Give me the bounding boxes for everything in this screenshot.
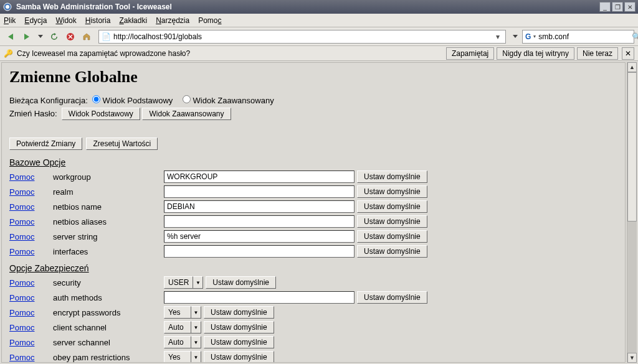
option-input[interactable] xyxy=(164,291,355,304)
home-button[interactable] xyxy=(80,30,93,44)
minimize-button[interactable]: _ xyxy=(599,2,611,12)
menubar: Plik Edycja Widok Historia Zakładki Narz… xyxy=(0,14,638,27)
menu-edit[interactable]: Edycja xyxy=(24,16,47,25)
never-site-button[interactable]: Nigdy dla tej witryny xyxy=(497,47,574,60)
set-default-button[interactable]: Ustaw domyślnie xyxy=(204,336,274,348)
option-select[interactable]: Auto xyxy=(164,336,191,348)
reset-button[interactable]: Zresetuj Wartości xyxy=(86,138,158,150)
menu-file[interactable]: Plik xyxy=(4,16,16,25)
help-link[interactable]: Pomoc xyxy=(9,217,53,226)
menu-bookmarks[interactable]: Zakładki xyxy=(119,16,147,25)
toolbar: 📄 ▾ G ▾ 🔍 xyxy=(0,27,638,46)
help-link[interactable]: Pomoc xyxy=(9,338,53,347)
search-input[interactable] xyxy=(538,32,632,41)
set-default-button[interactable]: Ustaw domyślnie xyxy=(357,170,427,183)
option-row: PomocinterfacesUstaw domyślnie xyxy=(9,245,617,258)
menu-history[interactable]: Historia xyxy=(85,16,111,25)
option-input[interactable] xyxy=(164,200,355,213)
help-link[interactable]: Pomoc xyxy=(9,247,53,256)
help-link[interactable]: Pomoc xyxy=(9,323,53,332)
option-row: PomocrealmUstaw domyślnie xyxy=(9,185,617,198)
pw-advanced-button[interactable]: Widok Zaawansowany xyxy=(142,108,231,120)
option-input[interactable] xyxy=(164,185,355,198)
password-infobar: 🔑 Czy Iceweasel ma zapamiętać wprowadzon… xyxy=(0,46,638,61)
url-dropdown-icon[interactable]: ▾ xyxy=(493,32,503,41)
vertical-scrollbar[interactable]: ▲ ▼ xyxy=(627,62,637,363)
svg-point-1 xyxy=(6,5,9,9)
help-link[interactable]: Pomoc xyxy=(9,278,53,287)
option-row: Pomocnetbios aliasesUstaw domyślnie xyxy=(9,215,617,228)
nav-dropdown[interactable] xyxy=(36,30,45,44)
chevron-down-icon[interactable]: ▼ xyxy=(191,321,201,334)
section-base-options: Bazowe Opcje xyxy=(9,157,617,167)
remember-button[interactable]: Zapamiętaj xyxy=(446,47,494,60)
scroll-up-icon[interactable]: ▲ xyxy=(627,62,637,72)
reload-button[interactable] xyxy=(47,30,61,44)
set-default-button[interactable]: Ustaw domyślnie xyxy=(204,321,274,334)
set-default-button[interactable]: Ustaw domyślnie xyxy=(357,245,427,258)
help-link[interactable]: Pomoc xyxy=(9,172,53,182)
menu-view[interactable]: Widok xyxy=(55,16,76,25)
scroll-track[interactable] xyxy=(627,72,637,353)
option-select[interactable]: USER xyxy=(164,276,193,289)
option-label: realm xyxy=(53,187,164,197)
close-button[interactable]: ✕ xyxy=(624,2,636,12)
set-default-button[interactable]: Ustaw domyślnie xyxy=(357,185,427,198)
search-bar[interactable]: G ▾ 🔍 xyxy=(522,30,634,44)
radio-basic[interactable]: Widok Podstawowy xyxy=(92,96,173,105)
forward-button[interactable] xyxy=(20,30,34,44)
chevron-down-icon[interactable]: ▼ xyxy=(191,306,201,319)
scroll-down-icon[interactable]: ▼ xyxy=(627,353,637,363)
option-label: netbios name xyxy=(53,202,164,212)
commit-button[interactable]: Potwierdź Zmiany xyxy=(9,138,82,150)
radio-advanced[interactable]: Widok Zaawansowany xyxy=(183,96,274,105)
option-row: Pomocserver schannelAuto▼Ustaw domyślnie xyxy=(9,335,617,349)
window-title: Samba Web Administration Tool - Icewease… xyxy=(16,2,599,11)
back-button[interactable] xyxy=(4,30,17,44)
url-input[interactable] xyxy=(113,32,493,41)
set-default-button[interactable]: Ustaw domyślnie xyxy=(204,306,274,319)
current-config-label: Bieżąca Konfiguracja: xyxy=(9,96,88,105)
set-default-button[interactable]: Ustaw domyślnie xyxy=(357,230,427,243)
option-label: auth methods xyxy=(53,293,164,302)
help-link[interactable]: Pomoc xyxy=(9,232,53,241)
option-label: obey pam restrictions xyxy=(53,353,164,362)
help-link[interactable]: Pomoc xyxy=(9,187,53,197)
search-icon[interactable]: 🔍 xyxy=(632,32,638,41)
not-now-button[interactable]: Nie teraz xyxy=(577,47,618,60)
set-default-button[interactable]: Ustaw domyślnie xyxy=(357,291,427,304)
help-link[interactable]: Pomoc xyxy=(9,353,53,362)
set-default-button[interactable]: Ustaw domyślnie xyxy=(357,200,427,213)
option-select[interactable]: Auto xyxy=(164,321,191,334)
url-bar[interactable]: 📄 ▾ xyxy=(98,30,506,44)
chevron-down-icon[interactable]: ▼ xyxy=(193,276,203,289)
option-label: server schannel xyxy=(53,338,164,347)
set-default-button[interactable]: Ustaw domyślnie xyxy=(204,351,274,363)
app-icon xyxy=(2,2,12,12)
set-default-button[interactable]: Ustaw domyślnie xyxy=(206,276,276,289)
option-select[interactable]: Yes xyxy=(164,351,191,363)
url-go-dropdown[interactable] xyxy=(511,30,520,44)
option-row: Pomocnetbios nameUstaw domyślnie xyxy=(9,200,617,213)
option-input[interactable] xyxy=(164,245,355,258)
option-input[interactable] xyxy=(164,170,355,183)
scroll-thumb[interactable] xyxy=(627,72,637,222)
chevron-down-icon[interactable]: ▼ xyxy=(191,351,201,363)
help-link[interactable]: Pomoc xyxy=(9,308,53,317)
option-input[interactable] xyxy=(164,215,355,228)
infobar-close-icon[interactable]: ✕ xyxy=(622,47,634,60)
menu-help[interactable]: Pomoc xyxy=(198,16,221,25)
set-default-button[interactable]: Ustaw domyślnie xyxy=(357,215,427,228)
help-link[interactable]: Pomoc xyxy=(9,293,53,302)
pw-basic-button[interactable]: Widok Podstawowy xyxy=(62,108,140,120)
option-select[interactable]: Yes xyxy=(164,306,191,319)
menu-tools[interactable]: Narzędzia xyxy=(156,16,189,25)
stop-button[interactable] xyxy=(64,30,77,44)
chevron-down-icon[interactable]: ▼ xyxy=(191,336,201,348)
maximize-button[interactable]: ❐ xyxy=(612,2,623,12)
search-engine-icon[interactable]: G xyxy=(525,32,531,41)
option-row: Pomocserver stringUstaw domyślnie xyxy=(9,230,617,243)
help-link[interactable]: Pomoc xyxy=(9,202,53,212)
window-titlebar: Samba Web Administration Tool - Icewease… xyxy=(0,0,638,14)
option-input[interactable] xyxy=(164,230,355,243)
